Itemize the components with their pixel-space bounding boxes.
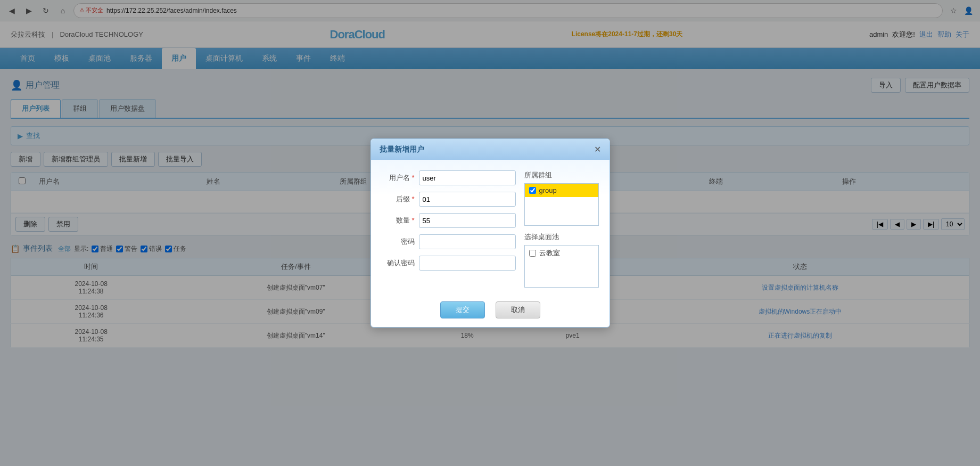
modal-overlay: 批量新增用户 ✕ 用户名 * 后缀 *: [0, 0, 980, 356]
form-row-suffix: 后缀 *: [382, 192, 516, 207]
form-row-count: 数量 *: [382, 213, 516, 228]
username-label: 用户名 *: [382, 173, 419, 183]
batch-add-user-modal: 批量新增用户 ✕ 用户名 * 后缀 *: [370, 138, 610, 328]
group-item[interactable]: group: [525, 184, 598, 197]
submit-button[interactable]: 提交: [440, 301, 485, 318]
confirm-password-label: 确认密码: [382, 258, 419, 268]
required-mark2: *: [411, 195, 414, 203]
pool-panel-label: 选择桌面池: [524, 232, 599, 242]
modal-left: 用户名 * 后缀 * 数量 *: [382, 170, 516, 288]
form-row-confirm-password: 确认密码: [382, 256, 516, 271]
modal-body: 用户名 * 后缀 * 数量 *: [371, 160, 610, 296]
group-name: group: [539, 186, 557, 194]
confirm-password-input[interactable]: [419, 256, 516, 271]
group-panel-label: 所属群组: [524, 170, 599, 180]
form-row-password: 密码: [382, 234, 516, 249]
modal-right: 所属群组 group 选择桌面池 云教室: [524, 170, 599, 288]
required-mark3: *: [411, 216, 414, 224]
group-list: group: [524, 183, 599, 226]
pool-item[interactable]: 云教室: [525, 246, 598, 260]
required-mark: *: [411, 174, 414, 182]
modal-title: 批量新增用户: [380, 145, 424, 154]
cancel-button[interactable]: 取消: [496, 301, 540, 318]
password-label: 密码: [382, 237, 419, 247]
form-row-username: 用户名 *: [382, 170, 516, 185]
pool-name: 云教室: [539, 248, 560, 258]
password-input[interactable]: [419, 234, 516, 249]
group-checkbox[interactable]: [529, 187, 536, 194]
username-input[interactable]: [419, 170, 516, 185]
modal-header: 批量新增用户 ✕: [371, 139, 610, 160]
modal-footer: 提交 取消: [371, 296, 610, 327]
suffix-label: 后缀 *: [382, 194, 419, 204]
count-label: 数量 *: [382, 216, 419, 225]
suffix-input[interactable]: [419, 192, 516, 207]
pool-list: 云教室: [524, 245, 599, 288]
pool-checkbox[interactable]: [529, 250, 536, 257]
count-input[interactable]: [419, 213, 516, 228]
modal-close-button[interactable]: ✕: [594, 144, 601, 154]
